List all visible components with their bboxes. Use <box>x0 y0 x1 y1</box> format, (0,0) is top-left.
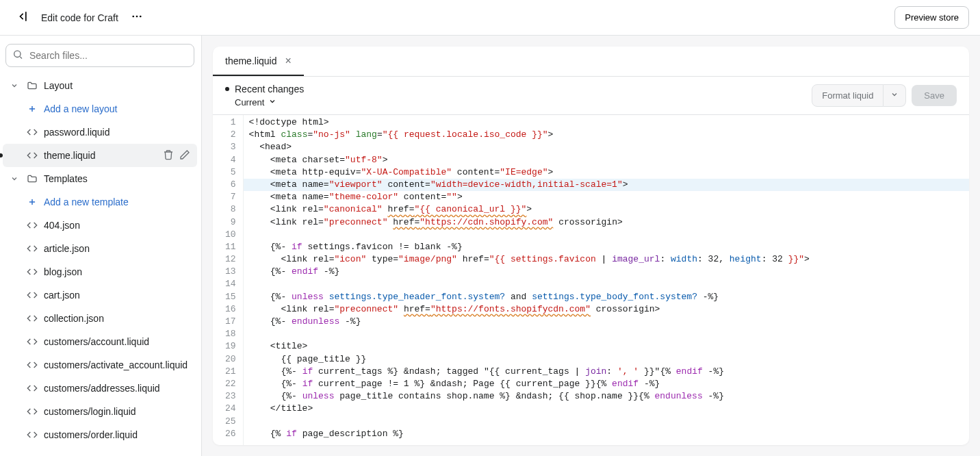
editor-toolbar: Recent changes Current Format liquid <box>213 77 969 115</box>
code-icon <box>26 127 38 138</box>
code-content[interactable]: <!doctype html><html class="no-js" lang=… <box>244 115 969 445</box>
search-wrapper <box>5 44 194 67</box>
rename-file-button[interactable] <box>178 148 192 164</box>
svg-point-0 <box>132 16 134 18</box>
code-editor[interactable]: 1234567891011121314151617181920212223242… <box>213 115 969 445</box>
file-name: collection.json <box>44 313 192 324</box>
add-template-label: Add a new template <box>44 197 192 207</box>
chevron-down-icon <box>8 175 21 183</box>
add-layout-label: Add a new layout <box>44 103 192 114</box>
chevron-down-icon <box>890 90 899 101</box>
code-icon <box>26 359 38 370</box>
code-icon <box>26 220 38 231</box>
svg-point-3 <box>14 51 21 57</box>
file-name: blog.json <box>44 266 192 277</box>
delete-file-button[interactable] <box>162 148 175 164</box>
file-row-layout[interactable]: theme.liquid <box>3 144 197 167</box>
file-name: customers/login.liquid <box>44 406 192 417</box>
code-icon <box>26 383 38 394</box>
save-button[interactable]: Save <box>912 85 957 106</box>
page-title: Edit code for Craft <box>41 12 118 23</box>
file-name: 404.json <box>44 220 192 231</box>
close-icon[interactable]: × <box>285 55 292 66</box>
file-row-template[interactable]: cart.json <box>3 283 197 307</box>
group-templates[interactable]: Templates <box>3 167 197 190</box>
recent-changes-label: Recent changes <box>225 84 304 94</box>
file-row-template[interactable]: article.json <box>3 237 197 260</box>
code-icon <box>26 290 38 301</box>
file-name: customers/order.liquid <box>44 429 192 440</box>
format-liquid-dropdown[interactable] <box>884 84 906 107</box>
tab-label: theme.liquid <box>225 55 277 66</box>
file-name: cart.json <box>44 290 192 301</box>
tab-bar: theme.liquid × <box>213 47 969 77</box>
format-liquid-group: Format liquid <box>812 84 906 107</box>
dots-horizontal-icon <box>131 10 143 25</box>
pencil-icon <box>179 149 190 162</box>
file-name: customers/addresses.liquid <box>44 383 192 394</box>
search-input[interactable] <box>5 44 194 67</box>
group-layout[interactable]: Layout <box>3 74 197 97</box>
file-row-template[interactable]: customers/login.liquid <box>3 400 197 423</box>
add-template-button[interactable]: Add a new template <box>3 190 197 214</box>
file-name: customers/account.liquid <box>44 336 192 347</box>
file-name: password.liquid <box>44 127 192 138</box>
code-icon <box>26 266 38 277</box>
code-icon <box>26 336 38 347</box>
preview-store-button[interactable]: Preview store <box>894 6 969 29</box>
plus-icon <box>26 197 38 207</box>
topbar-left: Edit code for Craft <box>11 5 147 29</box>
chevron-down-icon <box>268 97 276 107</box>
file-row-template[interactable]: customers/order.liquid <box>3 423 197 446</box>
group-label: Templates <box>44 173 192 184</box>
line-gutter: 1234567891011121314151617181920212223242… <box>213 115 244 445</box>
file-row-template[interactable]: 404.json <box>3 214 197 237</box>
version-selector[interactable]: Current <box>225 97 304 107</box>
sidebar: Layout Add a new layout password.liquid … <box>0 36 202 456</box>
svg-point-2 <box>140 16 142 18</box>
code-icon <box>26 429 38 440</box>
folder-icon <box>26 173 38 184</box>
more-actions-button[interactable] <box>127 6 147 29</box>
code-icon <box>26 243 38 254</box>
exit-icon <box>15 10 29 25</box>
change-indicator-dot <box>225 87 229 91</box>
group-label: Layout <box>44 80 192 91</box>
chevron-down-icon <box>8 81 21 90</box>
add-layout-button[interactable]: Add a new layout <box>3 97 197 121</box>
plus-icon <box>26 104 38 114</box>
tab-theme-liquid[interactable]: theme.liquid × <box>213 47 304 76</box>
folder-icon <box>26 80 38 91</box>
main: Layout Add a new layout password.liquid … <box>0 36 980 456</box>
search-icon <box>12 49 23 62</box>
svg-point-1 <box>136 16 138 18</box>
editor-card: theme.liquid × Recent changes Current <box>213 47 969 445</box>
format-liquid-button[interactable]: Format liquid <box>812 84 884 107</box>
code-icon <box>26 406 38 417</box>
file-name: article.json <box>44 243 192 254</box>
file-row-template[interactable]: customers/account.liquid <box>3 330 197 353</box>
file-name: customers/activate_account.liquid <box>44 359 192 370</box>
code-icon <box>26 150 38 161</box>
file-row-template[interactable]: collection.json <box>3 307 197 330</box>
file-row-template[interactable]: customers/addresses.liquid <box>3 377 197 400</box>
file-name: theme.liquid <box>44 150 156 161</box>
topbar: Edit code for Craft Preview store <box>0 0 980 36</box>
code-icon <box>26 313 38 324</box>
trash-icon <box>163 149 174 162</box>
exit-button[interactable] <box>11 5 33 29</box>
file-row-layout[interactable]: password.liquid <box>3 121 197 144</box>
file-row-template[interactable]: blog.json <box>3 260 197 283</box>
file-row-template[interactable]: customers/activate_account.liquid <box>3 353 197 377</box>
editor-area: theme.liquid × Recent changes Current <box>202 36 980 456</box>
